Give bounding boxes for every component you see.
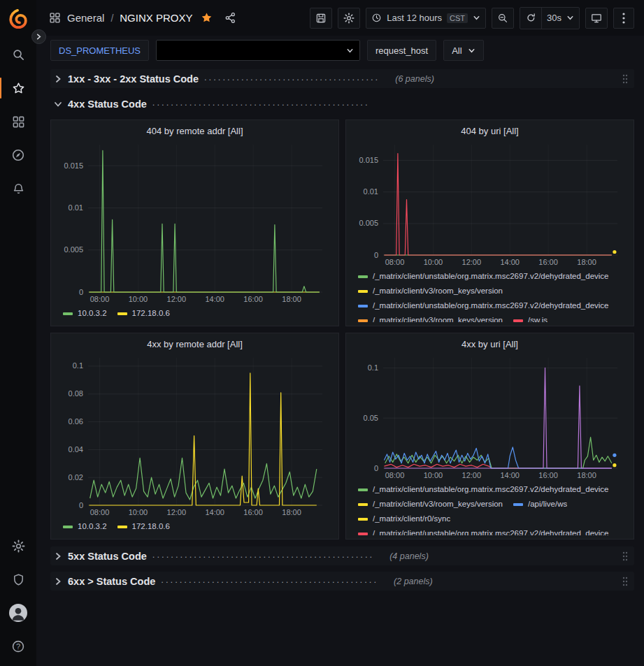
svg-text:18:00: 18:00 [282,295,301,303]
row-title: 1xx - 3xx - 2xx Status Code [68,73,199,85]
kebab-menu-button[interactable] [613,8,634,29]
dashboard-row-1xx-3xx-2xx[interactable]: 1xx - 3xx - 2xx Status Code ............… [50,69,634,88]
grafana-app: ? General / NGINX PROXY [0,0,644,666]
svg-text:12:00: 12:00 [167,295,187,303]
legend: 10.0.3.2172.18.0.6 [57,517,332,535]
sidebar-item-dashboards[interactable] [0,105,36,138]
timezone-badge: CST [447,13,468,23]
legend-item[interactable]: /_matrix/client/r0/sync [358,512,450,526]
svg-text:14:00: 14:00 [205,508,224,516]
legend-item[interactable]: /_matrix/client/unstable/org.matrix.msc2… [358,526,609,535]
save-dashboard-button[interactable] [310,8,332,29]
dashboard-row-4xx[interactable]: 4xx Status Code ........................… [50,94,634,113]
refresh-group: 30s [520,7,580,29]
dashboards-grid-icon [12,115,25,129]
request-host-variable-label[interactable]: request_host [367,40,436,61]
cycle-view-mode-button[interactable] [585,8,608,29]
chevron-right-icon [36,34,42,40]
question-circle-icon: ? [11,639,25,653]
sidebar-item-alerting[interactable] [0,172,36,205]
star-icon [12,82,25,95]
chevron-down-icon [346,47,354,55]
legend-item[interactable]: /api/live/ws [513,497,567,512]
legend-item[interactable]: 10.0.3.2 [63,519,107,534]
legend-label: /_matrix/client/v3/room_keys/version [373,284,503,298]
time-series-plot[interactable]: 00.0050.010.01508:0010:0012:0014:0016:00… [352,139,627,267]
svg-text:10:00: 10:00 [424,258,443,266]
breadcrumb-folder[interactable]: General [67,12,104,24]
panel-4xx-by-remote-addr: 4xx by remote addr [All] 00.020.040.060.… [50,333,339,540]
row-dots: ........................................… [161,574,378,585]
sidebar-item-server-admin[interactable] [0,563,36,596]
zoom-out-time-button[interactable] [492,8,514,29]
sidebar-expand-button[interactable] [31,29,46,44]
compass-icon [11,148,25,162]
row-title: 6xx > Status Code [68,576,155,587]
sidebar-item-search[interactable] [0,38,36,71]
svg-text:10:00: 10:00 [129,508,148,516]
time-series-plot[interactable]: 00.050.108:0010:0012:0014:0016:0018:00 [352,352,627,480]
refresh-dashboard-button[interactable] [520,8,541,29]
panel-title[interactable]: 4xx by remote addr [All] [57,338,332,351]
legend-color-chip [358,319,368,322]
user-avatar[interactable] [0,596,36,630]
dashboard-row-5xx[interactable]: 5xx Status Code ........................… [50,546,634,565]
magnifier-minus-icon [497,13,508,24]
legend-item[interactable]: /_matrix/client/v3/room_keys/version [358,284,503,298]
chevron-down-icon [468,47,475,55]
dashboard-title[interactable]: NGINX PROXY [120,12,192,24]
legend-item[interactable]: /_matrix/client/v3/room_keys/version [358,497,503,512]
legend-label: /_matrix/client/unstable/org.matrix.msc2… [373,269,609,284]
sidebar-item-configuration[interactable] [0,529,36,563]
panel-title[interactable]: 404 by uri [All] [352,125,627,138]
legend-label: 172.18.0.6 [132,306,170,321]
request-host-variable-dropdown[interactable]: All [443,40,483,61]
legend-item[interactable]: 10.0.3.2 [63,306,107,321]
legend-item[interactable]: /_matrix/client/unstable/org.matrix.msc2… [358,269,609,284]
sidebar-item-starred[interactable] [0,71,36,105]
dashboard-row-6xx[interactable]: 6xx > Status Code ......................… [50,572,634,591]
time-range-picker[interactable]: Last 12 hours CST [366,8,486,29]
datasource-variable-label[interactable]: DS_PROMETHEUS [50,40,149,61]
svg-text:16:00: 16:00 [243,508,263,516]
svg-text:12:00: 12:00 [167,508,187,516]
svg-text:16:00: 16:00 [243,295,263,303]
gear-icon [12,540,25,553]
panel-title[interactable]: 4xx by uri [All] [352,338,627,351]
dashboard-settings-button[interactable] [338,8,360,29]
row-drag-handle[interactable] [622,73,629,85]
save-floppy-icon [315,13,327,24]
legend-item[interactable]: 172.18.0.6 [117,306,170,321]
legend-color-chip [117,312,127,315]
grafana-logo[interactable] [0,0,36,38]
legend: 10.0.3.2172.18.0.6 [57,304,332,322]
sidebar-item-help[interactable]: ? [0,630,36,663]
refresh-interval-dropdown[interactable]: 30s [542,8,579,29]
panel-title[interactable]: 404 by remote addr [All] [57,125,332,138]
share-icon[interactable] [224,12,236,24]
sidebar-item-explore[interactable] [0,138,36,172]
legend-item[interactable]: /_matrix/client/unstable/org.matrix.msc2… [358,482,609,497]
legend-color-chip [63,312,73,315]
grafana-flame-icon [8,8,29,29]
gear-icon [343,13,355,24]
legend: /_matrix/client/unstable/org.matrix.msc2… [352,267,627,322]
legend-color-chip [358,533,368,535]
legend-item[interactable]: 172.18.0.6 [117,519,170,534]
svg-text:0.01: 0.01 [364,187,378,196]
breadcrumb: General / NGINX PROXY [49,12,236,24]
svg-text:12:00: 12:00 [462,471,482,479]
person-icon [9,604,27,622]
row-title: 4xx Status Code [68,99,147,110]
row-drag-handle[interactable] [622,551,629,562]
datasource-variable-input[interactable] [156,40,360,61]
legend-item[interactable]: /_matrix/client/unstable/org.matrix.msc2… [358,298,609,313]
row-drag-handle[interactable] [622,576,629,587]
time-series-plot[interactable]: 00.020.040.060.080.108:0010:0012:0014:00… [57,352,332,517]
legend-item[interactable]: /_matrix/client/v3/room_keys/version [358,313,503,322]
legend-item[interactable]: /sw.js [513,313,548,322]
favorite-star-icon[interactable] [201,12,213,24]
active-indicator [0,78,1,99]
legend-label: /_matrix/client/unstable/org.matrix.msc2… [373,526,609,535]
time-series-plot[interactable]: 00.0050.010.01508:0010:0012:0014:0016:00… [57,139,332,304]
